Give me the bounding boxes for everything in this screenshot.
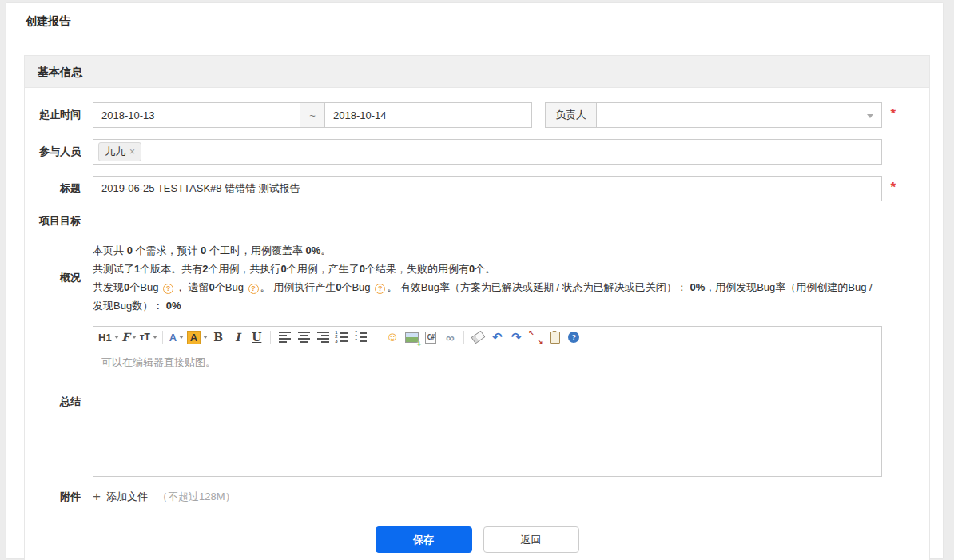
align-center-icon[interactable] [295, 329, 312, 346]
toolbar-separator [162, 331, 163, 344]
insert-code-icon[interactable]: C# [422, 329, 439, 346]
panel-body: 起止时间 ~ 负责人 * [25, 88, 929, 560]
align-left-icon[interactable] [276, 329, 293, 346]
overview-line: 共测试了1个版本。共有2个用例，共执行0个用例，产生了0个结果，失败的用例有0个… [93, 260, 882, 278]
italic-icon[interactable]: I [229, 329, 246, 346]
paste-text-icon[interactable] [546, 329, 563, 346]
page-title: 创建报告 [6, 3, 943, 38]
overview-text-segment: 共发现 [93, 281, 124, 293]
undo-icon[interactable]: ↶ [488, 329, 506, 346]
font-color-icon[interactable]: A [168, 329, 185, 346]
members-input[interactable]: 九九 × [93, 139, 882, 165]
overview-text-segment: ， 遗留 [175, 281, 209, 293]
attachment-row: 附件 + 添加文件 （不超过128M） [25, 488, 929, 506]
title-input[interactable] [93, 176, 882, 201]
owner-group: 负责人 [545, 102, 882, 128]
heading-icon[interactable]: H1 [98, 329, 119, 346]
title-label: 标题 [25, 176, 93, 201]
overview-text-segment: 。 用例执行产生 [260, 281, 336, 293]
emoticons-icon[interactable]: ☺ [384, 329, 401, 346]
summary-label: 总结 [25, 393, 93, 411]
font-size-icon[interactable]: тT [140, 329, 157, 346]
overview-number: 0 [280, 263, 286, 275]
help-icon[interactable]: ? [375, 284, 385, 294]
overview-text-segment: 个Bug [341, 281, 373, 293]
date-range-group: ~ 负责人 [93, 102, 882, 128]
attachment-size-hint: （不超过128M） [157, 488, 236, 506]
overview-text-segment: 个Bug [129, 281, 161, 293]
title-row: 标题 * [25, 176, 929, 201]
overview-text-segment: 共测试了 [93, 263, 134, 275]
insert-image-icon[interactable] [403, 329, 420, 346]
required-asterisk: * [890, 106, 896, 122]
toolbar-separator [270, 331, 271, 344]
unordered-list-icon[interactable] [352, 329, 370, 346]
help-icon[interactable]: ? [248, 284, 259, 294]
overview-text-segment: 本页共 [93, 244, 127, 256]
bold-icon[interactable]: B [209, 329, 227, 346]
overview-text-segment: 个用例，共执行 [208, 263, 280, 275]
editor-content-area[interactable]: 可以在编辑器直接贴图。 [93, 348, 881, 476]
members-label: 参与人员 [25, 139, 93, 165]
form-actions: 保存 返回 [25, 526, 929, 553]
dates-row: 起止时间 ~ 负责人 * [25, 102, 929, 128]
attachment-content: + 添加文件 （不超过128M） [93, 488, 882, 506]
begin-date-input[interactable] [93, 102, 300, 128]
goal-content [93, 212, 882, 230]
owner-label: 负责人 [545, 102, 597, 128]
attachment-label: 附件 [25, 488, 93, 506]
summary-content: H1FтTAABIU☺C#∞↶↷? 可以在编辑器直接贴图。 [93, 326, 882, 477]
goal-row: 项目目标 [25, 212, 929, 230]
end-date-input[interactable] [324, 102, 532, 128]
overview-text-segment: 。 有效Bug率（方案为已解决或延期 / 状态为已解决或已关闭）： [387, 281, 690, 293]
member-tag: 九九 × [98, 142, 141, 161]
remove-tag-icon[interactable]: × [129, 146, 135, 157]
spacer [532, 102, 545, 128]
overview-text: 本页共 0 个需求，预计 0 个工时，用例覆盖率 0%。共测试了1个版本。共有2… [93, 241, 882, 315]
toolbar-separator [463, 331, 464, 344]
overview-text-segment: 。 [320, 244, 331, 256]
highlight-color-icon[interactable]: A [187, 329, 208, 346]
overview-number: 0 [360, 263, 365, 275]
add-file-link[interactable]: 添加文件 [106, 488, 148, 506]
overview-text-segment: 个Bug [215, 281, 247, 293]
overview-text-segment: 个用例，产生了 [287, 263, 360, 275]
fullscreen-icon[interactable] [527, 329, 544, 346]
insert-link-icon[interactable]: ∞ [441, 329, 459, 346]
chevron-down-icon [867, 114, 873, 118]
overview-label: 概况 [25, 269, 93, 287]
dates-content: ~ 负责人 * [93, 102, 882, 128]
plus-icon[interactable]: + [93, 488, 101, 506]
back-button[interactable]: 返回 [483, 526, 579, 553]
panel-header: 基本信息 [25, 56, 929, 88]
about-icon[interactable]: ? [565, 329, 582, 346]
save-button[interactable]: 保存 [376, 526, 472, 553]
members-row: 参与人员 九九 × [25, 139, 929, 165]
member-tag-label: 九九 [105, 145, 125, 159]
goal-label: 项目目标 [25, 212, 93, 230]
remove-format-icon[interactable] [469, 329, 487, 346]
underline-icon[interactable]: U [248, 329, 265, 346]
owner-select[interactable] [597, 102, 882, 128]
ordered-list-icon[interactable] [333, 329, 351, 346]
overview-number: 0 [209, 281, 215, 293]
overview-row: 概况 本页共 0 个需求，预计 0 个工时，用例覆盖率 0%。共测试了1个版本。… [25, 241, 929, 315]
overview-text-segment: 个需求，预计 [133, 244, 201, 256]
editor-toolbar: H1FтTAABIU☺C#∞↶↷? [93, 327, 881, 348]
align-right-icon[interactable] [314, 329, 332, 346]
overview-text-segment: 个工时，用例覆盖率 [206, 244, 305, 256]
font-family-icon[interactable]: F [121, 329, 138, 346]
overview-line: 本页共 0 个需求，预计 0 个工时，用例覆盖率 0%。 [93, 241, 882, 260]
redo-icon[interactable]: ↷ [507, 329, 525, 346]
main-window: 创建报告 基本信息 起止时间 ~ 负责人 [6, 3, 943, 558]
overview-number: 0 [127, 244, 133, 256]
members-content: 九九 × [93, 139, 882, 165]
help-icon[interactable]: ? [163, 284, 173, 294]
dates-label: 起止时间 [25, 102, 93, 128]
overview-text-segment: 个结果，失败的用例有 [365, 263, 469, 275]
rich-text-editor: H1FтTAABIU☺C#∞↶↷? 可以在编辑器直接贴图。 [93, 326, 882, 477]
title-content: * [93, 176, 882, 201]
overview-line: 共发现0个Bug ?， 遗留0个Bug ?。 用例执行产生0个Bug ?。 有效… [93, 278, 882, 315]
summary-row: 总结 H1FтTAABIU☺C#∞↶↷? 可以在编辑器直接贴图。 [25, 326, 929, 477]
date-separator: ~ [300, 102, 324, 128]
